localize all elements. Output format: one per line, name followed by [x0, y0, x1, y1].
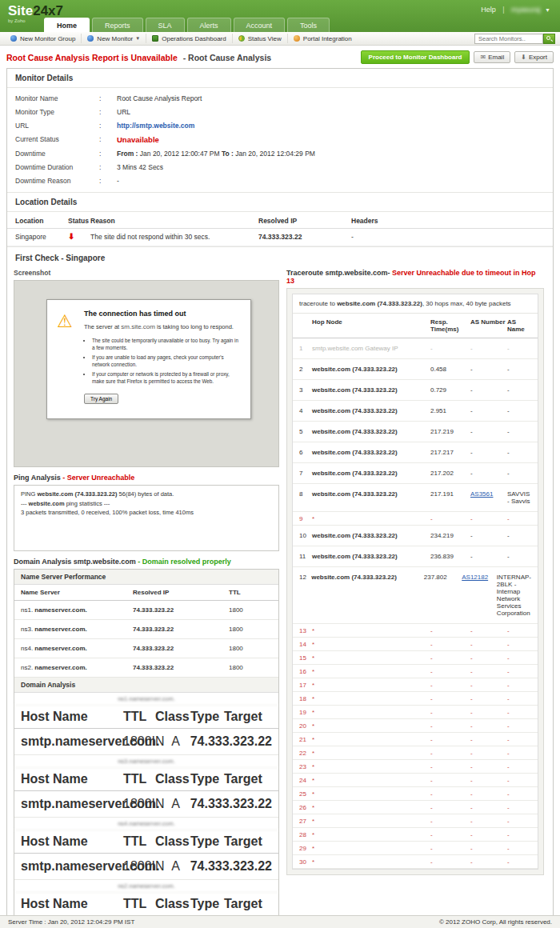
help-link[interactable]: Help	[481, 6, 496, 14]
as-number-cell: -	[470, 470, 507, 477]
hop-node-cell: website.com (74.333.323.22)	[312, 386, 430, 394]
target-cell: 74.333.323.22	[190, 734, 272, 749]
tab-reports[interactable]: Reports	[92, 18, 143, 32]
as-name-cell: SAVVIS - Savvis	[507, 490, 531, 505]
col-ttl: TTL	[123, 897, 155, 911]
search-input[interactable]	[474, 34, 543, 44]
ttl-cell: 1800	[123, 859, 152, 874]
toolbar-item-monitor-group[interactable]: New Monitor Group	[5, 34, 82, 43]
traceroute-row: 4website.com (74.333.323.22)2.951--	[293, 401, 538, 422]
detail-colon: :	[99, 177, 117, 185]
ns-ttl-cell: 1800	[229, 606, 272, 614]
hop-node-cell: *	[312, 736, 430, 743]
domain-heading: Domain Analysis smtp.website.com - Domai…	[14, 551, 279, 569]
detail-colon: :	[99, 163, 117, 171]
domain-record-row: smtp.nameserver.com.1800INA74.333.323.22	[14, 729, 278, 755]
traceroute-row: 20*---	[293, 719, 538, 733]
tab-account[interactable]: Account	[234, 18, 286, 32]
col-host-name: Host Name	[21, 710, 123, 724]
detail-colon: :	[99, 135, 117, 144]
email-button[interactable]: ✉Email	[474, 51, 510, 63]
as-number-link[interactable]: AS12182	[462, 574, 488, 581]
status-icon	[238, 35, 245, 42]
target-cell: 74.333.323.22	[190, 859, 272, 874]
resp-time-cell: 237.802	[424, 574, 462, 581]
as-name-cell: -	[507, 845, 531, 852]
chevron-down-icon: ▼	[135, 36, 140, 41]
app-header: Site24x7 by Zoho Help | myasuraj ▼ HomeR…	[0, 0, 560, 32]
as-number-cell: -	[470, 763, 507, 770]
domain-table-header: Host NameTTLClassTypeTarget	[14, 830, 278, 854]
error-bullet: If your computer or network is protected…	[92, 371, 241, 385]
resp-time-cell: -	[430, 858, 470, 866]
toolbar-item-label: New Monitor	[97, 35, 133, 42]
as-name-cell: -	[507, 449, 531, 456]
reason-cell: The site did not respond within 30 secs.	[90, 233, 258, 241]
ns-prefix: ns1.	[21, 606, 34, 614]
name-server-row: ns3. nameserver.com.74.333.323.221800	[14, 620, 278, 639]
toolbar-item-monitor[interactable]: New Monitor▼	[82, 34, 146, 43]
as-number-link[interactable]: AS3561	[470, 490, 493, 498]
left-column: Screenshot ⚠ The connection has timed ou…	[14, 267, 279, 928]
try-again-button[interactable]: Try Again	[84, 394, 118, 404]
ns-name-cell: ns2. nameserver.com.	[21, 664, 133, 671]
traceroute-row: 29*---	[293, 842, 538, 855]
toolbar-item-status[interactable]: Status View	[233, 34, 288, 43]
username-menu[interactable]: myasuraj	[511, 6, 541, 14]
name-server-row: ns2. nameserver.com.74.333.323.221800	[14, 658, 278, 678]
export-button[interactable]: ⬇Export	[514, 51, 554, 63]
as-number-cell: AS3561	[470, 490, 507, 498]
traceroute-row: 3website.com (74.333.323.22)0.729--	[293, 380, 538, 401]
host-name-cell: smtp.nameserver.com.	[21, 797, 123, 811]
toolbar-item-portal[interactable]: Portal Integration	[288, 34, 358, 43]
as-number-cell: -	[470, 449, 507, 456]
traceroute-row: 6website.com (74.333.323.22)217.217--	[293, 442, 538, 463]
as-number-cell: -	[470, 407, 507, 414]
hop-node-cell: website.com (74.333.323.22)	[312, 428, 430, 435]
ns-ttl-cell: 1800	[229, 626, 272, 633]
ns-performance-table: Name Server Resolved IP TTL ns1. nameser…	[14, 585, 278, 678]
as-name-cell: -	[507, 858, 531, 866]
col-type: Type	[190, 897, 224, 911]
as-name-cell: -	[507, 709, 531, 716]
toolbar-item-dashboard[interactable]: Operations Dashboard	[146, 34, 233, 43]
monitor-url-link[interactable]: http://smtp.website.com	[117, 122, 194, 130]
resp-time-cell: -	[430, 668, 470, 675]
monitor-detail-row: Downtime Duration:3 Mins 42 Secs	[7, 160, 553, 174]
col-location: Location	[15, 217, 68, 225]
hop-number-cell: 10	[299, 532, 312, 539]
col-type: Type	[190, 834, 224, 849]
traceroute-row: 23*---	[293, 760, 538, 774]
text-segment: website.com	[29, 500, 65, 507]
col-headers: Headers	[351, 217, 545, 225]
col-target: Target	[224, 897, 272, 911]
hop-number-cell: 15	[299, 654, 312, 662]
monitor-detail-row: Downtime Reason:-	[7, 174, 553, 187]
target-cell: 74.333.323.22	[190, 797, 272, 811]
domain-table-header: Host NameTTLClassTypeTarget	[14, 893, 278, 916]
hop-number-cell: 13	[299, 627, 312, 634]
as-number-cell: -	[470, 722, 507, 730]
tab-alerts[interactable]: Alerts	[187, 18, 231, 32]
col-class: Class	[155, 834, 190, 849]
tab-sla[interactable]: SLA	[146, 18, 185, 32]
ping-line: PING website.com (74.333.323.22) 56(84) …	[21, 490, 272, 499]
hop-node-cell: website.com (74.333.323.22)	[312, 553, 430, 560]
downtime-to-label: To :	[222, 150, 235, 158]
tab-home[interactable]: Home	[44, 18, 90, 32]
traceroute-heading-label: Traceroute smtp.website.com-	[286, 269, 390, 277]
search-button[interactable]	[543, 34, 555, 44]
as-number-cell: -	[470, 553, 507, 560]
tab-tools[interactable]: Tools	[287, 18, 330, 32]
domain-heading-label: Domain Analysis smtp.website.com	[14, 558, 136, 566]
proceed-dashboard-button[interactable]: Proceed to Monitor Dashboard	[361, 50, 470, 64]
traceroute-row: 1smtp.website.com Gateway IP---	[293, 338, 538, 359]
host-name-cell: smtp.nameserver.com.	[21, 734, 123, 749]
as-name-cell: -	[507, 532, 531, 539]
hop-number-cell: 18	[299, 695, 312, 702]
as-name-cell: -	[507, 750, 531, 757]
hop-number-cell: 22	[299, 750, 312, 757]
as-name-cell: -	[507, 386, 531, 394]
ns-name-cell: ns1. nameserver.com.	[21, 606, 133, 614]
col-type: Type	[190, 772, 224, 786]
